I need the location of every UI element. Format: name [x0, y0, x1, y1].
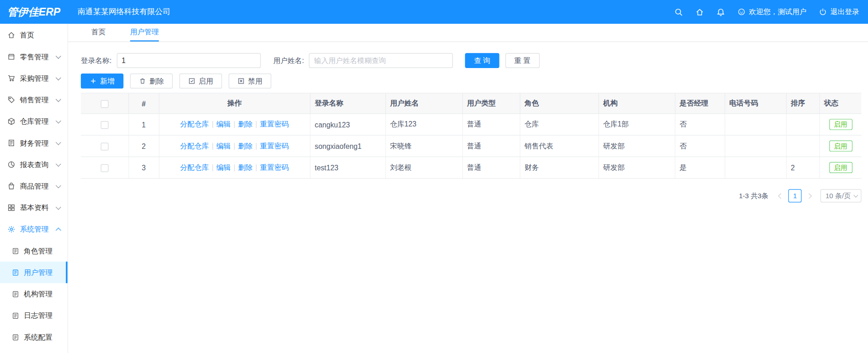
delete-link[interactable]: 删除	[238, 142, 252, 150]
reset-password-link[interactable]: 重置密码	[260, 142, 289, 150]
report-icon	[7, 160, 16, 169]
select-all-cell	[81, 93, 128, 114]
bell-icon[interactable]	[716, 7, 725, 16]
cell-name: 宋晓锋	[385, 135, 462, 157]
assign-warehouse-link[interactable]: 分配仓库	[180, 163, 209, 171]
reset-button[interactable]: 重 置	[506, 53, 540, 68]
login-name-input[interactable]	[117, 53, 261, 68]
delete-button[interactable]: 删除	[130, 74, 173, 89]
search-icon[interactable]	[674, 7, 683, 16]
document-icon	[11, 247, 19, 255]
cell-login: cangku123	[310, 114, 385, 135]
reset-password-link[interactable]: 重置密码	[260, 120, 289, 128]
sidebar-item-log-mgmt[interactable]: 日志管理	[0, 305, 68, 326]
next-page-button[interactable]	[804, 189, 816, 202]
cell-org: 仓库1部	[598, 114, 675, 135]
table-row: 3 分配仓库|编辑|删除|重置密码 test123 刘老根 普通 财务 研发部 …	[81, 157, 862, 178]
cell-name: 刘老根	[385, 157, 462, 178]
warehouse-icon	[7, 117, 16, 126]
cell-status: 启用	[819, 135, 861, 157]
page-size-select[interactable]: 10 条/页	[820, 189, 861, 202]
finance-icon	[7, 139, 16, 147]
tab-user-mgmt[interactable]: 用户管理	[130, 24, 159, 42]
row-checkbox[interactable]	[101, 164, 108, 172]
sidebar-item-user-mgmt[interactable]: 用户管理	[0, 262, 68, 283]
document-icon	[11, 269, 19, 276]
sidebar-item-sys-config[interactable]: 系统配置	[0, 327, 68, 348]
chevron-down-icon	[56, 161, 61, 166]
prev-page-button[interactable]	[774, 189, 786, 202]
col-header-role: 角色	[520, 93, 598, 114]
sidebar-item-sales[interactable]: 销售管理	[0, 89, 68, 111]
welcome-user[interactable]: 欢迎您，测试用户	[737, 7, 806, 17]
logout-button[interactable]: 退出登录	[819, 7, 859, 17]
assign-warehouse-link[interactable]: 分配仓库	[180, 142, 209, 150]
delete-link[interactable]: 删除	[238, 120, 252, 128]
edit-link[interactable]: 编辑	[216, 120, 230, 128]
login-name-label: 登录名称:	[81, 56, 112, 66]
cell-login: test123	[310, 157, 385, 178]
sidebar-item-home[interactable]: 首页	[0, 24, 68, 46]
chevron-down-icon	[56, 96, 61, 102]
power-icon	[819, 8, 827, 16]
disable-button[interactable]: 禁用	[229, 74, 271, 89]
col-header-index: #	[128, 93, 159, 114]
cell-role: 仓库	[520, 114, 598, 135]
cell-name: 仓库123	[385, 114, 462, 135]
current-page[interactable]: 1	[788, 189, 802, 202]
col-header-type: 用户类型	[462, 93, 520, 114]
sidebar-item-role-mgmt[interactable]: 角色管理	[0, 240, 68, 262]
sidebar-item-system[interactable]: 系统管理	[0, 218, 68, 240]
select-all-checkbox[interactable]	[101, 100, 108, 108]
row-checkbox[interactable]	[101, 121, 108, 129]
pagination: 1-3 共3条 1 10 条/页	[81, 189, 862, 202]
col-header-name: 用户姓名	[385, 93, 462, 114]
pagination-total: 1-3 共3条	[739, 191, 768, 200]
sidebar-item-retail[interactable]: 零售管理	[0, 46, 68, 68]
chevron-down-icon	[56, 75, 61, 80]
col-header-actions: 操作	[159, 93, 310, 114]
document-icon	[11, 311, 19, 319]
home-icon[interactable]	[695, 7, 704, 16]
sidebar-item-label: 系统配置	[24, 332, 53, 342]
table-row: 2 分配仓库|编辑|删除|重置密码 songxiaofeng1 宋晓锋 普通 销…	[81, 135, 862, 157]
enable-button[interactable]: 启用	[179, 74, 222, 89]
chevron-down-icon	[56, 183, 61, 188]
status-badge[interactable]: 启用	[829, 162, 852, 173]
sidebar-item-reports[interactable]: 报表查询	[0, 154, 68, 175]
sidebar-item-label: 销售管理	[20, 95, 49, 105]
assign-warehouse-link[interactable]: 分配仓库	[180, 120, 209, 128]
table-header-row: # 操作 登录名称 用户姓名 用户类型 角色 机构 是否经理 电话号码 排序 状	[81, 93, 862, 114]
sidebar-item-warehouse[interactable]: 仓库管理	[0, 111, 68, 132]
cell-phone	[724, 157, 786, 178]
reset-password-link[interactable]: 重置密码	[260, 163, 289, 171]
sidebar-item-purchase[interactable]: 采购管理	[0, 68, 68, 89]
sidebar-item-goods[interactable]: 商品管理	[0, 175, 68, 197]
sidebar-item-label: 仓库管理	[20, 116, 49, 126]
purchase-icon	[7, 74, 16, 82]
sidebar-item-finance[interactable]: 财务管理	[0, 132, 68, 153]
status-badge[interactable]: 启用	[829, 119, 852, 130]
search-button[interactable]: 查 询	[465, 53, 500, 68]
cell-role: 销售代表	[520, 135, 598, 157]
cell-status: 启用	[819, 114, 861, 135]
tab-home[interactable]: 首页	[91, 24, 106, 42]
sidebar-item-label: 系统管理	[20, 224, 49, 234]
home-icon	[7, 31, 16, 39]
cell-manager: 否	[675, 114, 724, 135]
sidebar-item-org-mgmt[interactable]: 机构管理	[0, 283, 68, 305]
row-checkbox[interactable]	[101, 142, 108, 150]
row-index: 2	[128, 135, 159, 157]
chevron-down-icon	[853, 193, 858, 197]
logout-text: 退出登录	[831, 7, 859, 17]
cell-sort	[786, 135, 820, 157]
sidebar: 首页 零售管理 采购管理 销售管理 仓库管理	[0, 24, 68, 353]
delete-link[interactable]: 删除	[238, 163, 252, 171]
tab-bar: 首页 用户管理	[68, 24, 868, 42]
edit-link[interactable]: 编辑	[216, 142, 230, 150]
sidebar-item-basic-data[interactable]: 基本资料	[0, 197, 68, 218]
user-name-input[interactable]	[309, 53, 453, 68]
edit-link[interactable]: 编辑	[216, 163, 230, 171]
add-button[interactable]: 新增	[81, 74, 123, 89]
status-badge[interactable]: 启用	[829, 141, 852, 152]
